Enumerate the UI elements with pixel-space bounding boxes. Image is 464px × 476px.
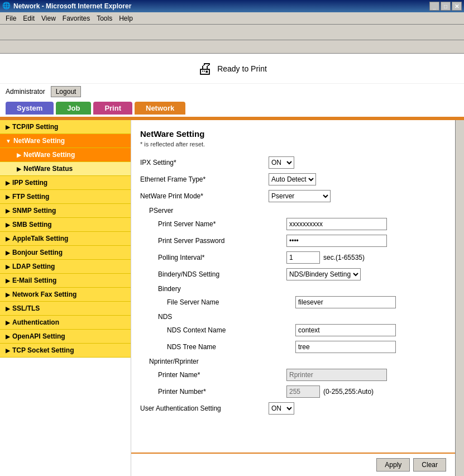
print-server-name-row: Print Server Name* (149, 218, 446, 230)
ipx-setting-select[interactable]: ON OFF (269, 156, 294, 169)
ie-toolbar (0, 25, 464, 40)
maximize-button[interactable]: □ (441, 2, 451, 11)
ethernet-frame-label: Ethernet Frame Type* (140, 175, 269, 183)
bindery-subsection: Bindery File Server Name (149, 285, 446, 308)
printer-number-suffix: (0-255,255:Auto) (323, 388, 374, 396)
nds-context-name-label: NDS Context Name (167, 326, 295, 334)
arrow-icon: ▶ (6, 320, 10, 326)
printer-number-input[interactable] (286, 385, 320, 398)
main-layout: ▶ TCP/IP Setting ▼ NetWare Setting ▶ Net… (0, 120, 464, 476)
browser-content: 🖨 Ready to Print Administrator Logout Sy… (0, 54, 464, 476)
menu-help[interactable]: Help (116, 13, 136, 23)
printer-number-row: Printer Number* (0-255,255:Auto) (149, 385, 446, 398)
title-bar: 🌐 Network - Microsoft Internet Explorer … (0, 0, 464, 12)
ipx-setting-label: IPX Setting* (140, 159, 269, 166)
printer-name-label: Printer Name* (158, 371, 286, 379)
clear-button[interactable]: Clear (413, 458, 446, 472)
sidebar-item-appletalk[interactable]: ▶ AppleTalk Setting (0, 232, 131, 246)
menu-file[interactable]: File (2, 13, 20, 23)
menu-view[interactable]: View (38, 13, 59, 23)
ie-icon: 🌐 (2, 2, 11, 11)
netware-print-mode-label: NetWare Print Mode* (140, 192, 269, 200)
logout-button[interactable]: Logout (51, 86, 82, 97)
sidebar-item-networkfax[interactable]: ▶ Network Fax Setting (0, 288, 131, 302)
sidebar-item-ssltls[interactable]: ▶ SSL/TLS (0, 302, 131, 316)
admin-bar: Administrator Logout (0, 84, 464, 99)
arrow-icon: ▶ (17, 166, 21, 172)
print-server-password-label: Print Server Password (158, 237, 286, 245)
netware-print-mode-select[interactable]: Pserver Nprinter/Rprinter Off (269, 190, 331, 202)
scrollbar[interactable] (455, 120, 464, 476)
arrow-icon: ▶ (6, 292, 10, 298)
user-auth-label: User Authentication Setting (140, 404, 269, 412)
ethernet-frame-select[interactable]: Auto Detect Ethernet II 802.3 802.2 SNAP (269, 173, 316, 185)
sidebar-item-smb[interactable]: ▶ SMB Setting (0, 218, 131, 232)
bindery-nds-label: Bindery/NDS Setting (158, 270, 286, 278)
nds-context-name-input[interactable] (295, 324, 396, 336)
arrow-icon: ▶ (6, 124, 10, 130)
polling-interval-row: Polling Interval* sec.(1-65535) (149, 251, 446, 264)
print-server-password-input[interactable] (286, 235, 387, 247)
sidebar-item-authentication[interactable]: ▶ Authentication (0, 316, 131, 330)
sidebar-item-tcpsocket[interactable]: ▶ TCP Socket Setting (0, 344, 131, 358)
polling-interval-label: Polling Interval* (158, 254, 286, 261)
user-auth-row: User Authentication Setting ON OFF (140, 402, 446, 415)
arrow-icon: ▶ (17, 152, 21, 158)
tab-job[interactable]: Job (56, 102, 91, 115)
ready-print-label: Ready to Print (217, 64, 267, 73)
sidebar-item-netware-status[interactable]: ▶ NetWare Status (0, 162, 131, 176)
sidebar-item-ftp[interactable]: ▶ FTP Setting (0, 190, 131, 204)
printer-icon: 🖨 (197, 59, 213, 78)
arrow-icon: ▶ (6, 306, 10, 312)
sidebar-item-netware-setting[interactable]: ▶ NetWare Setting (0, 148, 131, 162)
arrow-icon: ▶ (6, 264, 10, 270)
close-button[interactable]: ✕ (452, 2, 462, 11)
window-controls[interactable]: _ □ ✕ (429, 2, 462, 11)
sidebar-item-snmp[interactable]: ▶ SNMP Setting (0, 204, 131, 218)
sidebar-item-ipp[interactable]: ▶ IPP Setting (0, 176, 131, 190)
printer-name-input[interactable] (286, 369, 387, 381)
nds-context-name-row: NDS Context Name (158, 324, 446, 336)
address-bar[interactable] (0, 40, 464, 54)
print-server-password-row: Print Server Password (149, 235, 446, 247)
pserver-header: PServer (149, 207, 446, 215)
sidebar-item-openapi[interactable]: ▶ OpenAPI Setting (0, 330, 131, 344)
nds-header: NDS (158, 313, 446, 321)
menu-edit[interactable]: Edit (20, 13, 38, 23)
file-server-name-row: File Server Name (158, 296, 446, 308)
content-note: * is reflected after reset. (140, 141, 446, 147)
arrow-icon: ▶ (6, 334, 10, 340)
arrow-icon: ▶ (6, 278, 10, 284)
pserver-section: PServer Print Server Name* Print Server … (140, 207, 446, 353)
print-server-name-input[interactable] (286, 218, 387, 230)
sidebar-item-ldap[interactable]: ▶ LDAP Setting (0, 260, 131, 274)
nds-tree-name-input[interactable] (295, 341, 396, 353)
bindery-nds-select[interactable]: NDS/Bindery Setting Bindery NDS (286, 268, 361, 280)
tab-network[interactable]: Network (135, 102, 185, 115)
menu-tools[interactable]: Tools (93, 13, 116, 23)
sidebar-item-tcpip[interactable]: ▶ TCP/IP Setting (0, 120, 131, 134)
user-auth-select[interactable]: ON OFF (269, 402, 294, 415)
arrow-icon: ▶ (6, 236, 10, 242)
menu-bar: File Edit View Favorites Tools Help (0, 12, 464, 25)
arrow-icon: ▶ (6, 180, 10, 186)
nprinter-header: Nprinter/Rprinter (149, 358, 446, 365)
sidebar: ▶ TCP/IP Setting ▼ NetWare Setting ▶ Net… (0, 120, 131, 476)
apply-button[interactable]: Apply (376, 458, 410, 472)
tab-print[interactable]: Print (93, 102, 132, 115)
arrow-icon: ▶ (6, 348, 10, 354)
polling-interval-input[interactable] (286, 251, 320, 264)
menu-favorites[interactable]: Favorites (59, 13, 93, 23)
sidebar-item-netware[interactable]: ▼ NetWare Setting (0, 134, 131, 148)
minimize-button[interactable]: _ (429, 2, 439, 11)
tab-system[interactable]: System (6, 102, 54, 115)
sidebar-item-bonjour[interactable]: ▶ Bonjour Setting (0, 246, 131, 260)
bindery-header: Bindery (158, 285, 446, 293)
admin-label: Administrator (6, 88, 45, 96)
file-server-name-input[interactable] (295, 296, 396, 308)
nds-subsection: NDS NDS Context Name NDS Tree Name (149, 313, 446, 353)
sidebar-item-email[interactable]: ▶ E-Mail Setting (0, 274, 131, 288)
arrow-icon: ▶ (6, 194, 10, 200)
file-server-name-label: File Server Name (167, 298, 295, 306)
content-title: NetWare Setting (140, 129, 446, 139)
